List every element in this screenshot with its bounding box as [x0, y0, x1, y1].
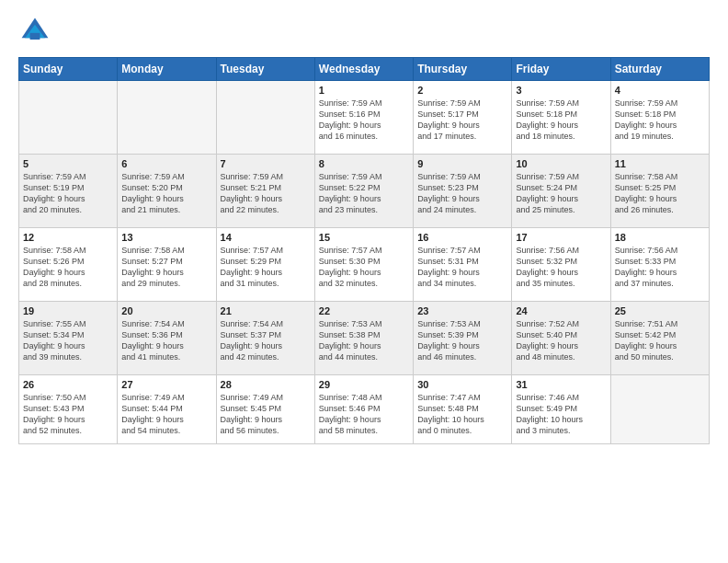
- calendar-cell: 24Sunrise: 7:52 AM Sunset: 5:40 PM Dayli…: [512, 302, 610, 375]
- svg-rect-2: [30, 33, 40, 40]
- calendar-cell: 15Sunrise: 7:57 AM Sunset: 5:30 PM Dayli…: [314, 228, 413, 302]
- calendar-cell: 19Sunrise: 7:55 AM Sunset: 5:34 PM Dayli…: [19, 302, 118, 375]
- calendar-cell: 8Sunrise: 7:59 AM Sunset: 5:22 PM Daylig…: [314, 155, 413, 228]
- day-info: Sunrise: 7:46 AM Sunset: 5:49 PM Dayligh…: [516, 392, 606, 437]
- calendar-cell: 13Sunrise: 7:58 AM Sunset: 5:27 PM Dayli…: [118, 228, 216, 302]
- calendar-cell: 7Sunrise: 7:59 AM Sunset: 5:21 PM Daylig…: [216, 155, 314, 228]
- calendar-header-friday: Friday: [512, 58, 610, 81]
- calendar-week-2: 5Sunrise: 7:59 AM Sunset: 5:19 PM Daylig…: [19, 155, 710, 228]
- calendar-cell: [19, 81, 118, 155]
- calendar-cell: [216, 81, 314, 155]
- calendar-week-5: 26Sunrise: 7:50 AM Sunset: 5:43 PM Dayli…: [19, 375, 710, 444]
- logo-icon: [18, 15, 51, 48]
- calendar: SundayMondayTuesdayWednesdayThursdayFrid…: [18, 57, 710, 444]
- day-number: 21: [221, 305, 311, 316]
- calendar-cell: 23Sunrise: 7:53 AM Sunset: 5:39 PM Dayli…: [414, 302, 512, 375]
- calendar-header-monday: Monday: [118, 58, 216, 81]
- day-number: 17: [516, 232, 606, 243]
- day-number: 3: [516, 85, 606, 96]
- day-number: 19: [23, 305, 113, 316]
- calendar-week-1: 1Sunrise: 7:59 AM Sunset: 5:16 PM Daylig…: [19, 81, 710, 155]
- calendar-week-4: 19Sunrise: 7:55 AM Sunset: 5:34 PM Dayli…: [19, 302, 710, 375]
- day-number: 14: [221, 232, 311, 243]
- calendar-cell: 16Sunrise: 7:57 AM Sunset: 5:31 PM Dayli…: [414, 228, 512, 302]
- day-info: Sunrise: 7:53 AM Sunset: 5:38 PM Dayligh…: [319, 318, 409, 363]
- day-info: Sunrise: 7:57 AM Sunset: 5:29 PM Dayligh…: [221, 245, 311, 290]
- logo: [18, 15, 55, 48]
- calendar-cell: 31Sunrise: 7:46 AM Sunset: 5:49 PM Dayli…: [512, 375, 610, 444]
- calendar-cell: 22Sunrise: 7:53 AM Sunset: 5:38 PM Dayli…: [314, 302, 413, 375]
- calendar-cell: 5Sunrise: 7:59 AM Sunset: 5:19 PM Daylig…: [19, 155, 118, 228]
- calendar-header-tuesday: Tuesday: [216, 58, 314, 81]
- day-info: Sunrise: 7:52 AM Sunset: 5:40 PM Dayligh…: [516, 318, 606, 363]
- day-number: 25: [615, 305, 705, 316]
- day-info: Sunrise: 7:56 AM Sunset: 5:32 PM Dayligh…: [516, 245, 606, 290]
- calendar-cell: 29Sunrise: 7:48 AM Sunset: 5:46 PM Dayli…: [314, 375, 413, 444]
- day-number: 23: [417, 305, 507, 316]
- calendar-cell: 25Sunrise: 7:51 AM Sunset: 5:42 PM Dayli…: [610, 302, 709, 375]
- day-number: 30: [417, 379, 507, 390]
- day-info: Sunrise: 7:57 AM Sunset: 5:30 PM Dayligh…: [319, 245, 409, 290]
- day-info: Sunrise: 7:59 AM Sunset: 5:23 PM Dayligh…: [417, 171, 507, 216]
- calendar-cell: 9Sunrise: 7:59 AM Sunset: 5:23 PM Daylig…: [414, 155, 512, 228]
- day-number: 28: [221, 379, 311, 390]
- calendar-cell: 6Sunrise: 7:59 AM Sunset: 5:20 PM Daylig…: [118, 155, 216, 228]
- day-number: 1: [319, 85, 409, 96]
- calendar-cell: 3Sunrise: 7:59 AM Sunset: 5:18 PM Daylig…: [512, 81, 610, 155]
- calendar-header-row: SundayMondayTuesdayWednesdayThursdayFrid…: [19, 58, 710, 81]
- calendar-cell: 10Sunrise: 7:59 AM Sunset: 5:24 PM Dayli…: [512, 155, 610, 228]
- calendar-cell: 21Sunrise: 7:54 AM Sunset: 5:37 PM Dayli…: [216, 302, 314, 375]
- day-info: Sunrise: 7:54 AM Sunset: 5:37 PM Dayligh…: [221, 318, 311, 363]
- calendar-cell: 1Sunrise: 7:59 AM Sunset: 5:16 PM Daylig…: [314, 81, 413, 155]
- calendar-header-saturday: Saturday: [610, 58, 709, 81]
- day-info: Sunrise: 7:57 AM Sunset: 5:31 PM Dayligh…: [417, 245, 507, 290]
- day-number: 24: [516, 305, 606, 316]
- calendar-cell: 4Sunrise: 7:59 AM Sunset: 5:18 PM Daylig…: [610, 81, 709, 155]
- day-number: 18: [615, 232, 705, 243]
- calendar-header-sunday: Sunday: [19, 58, 118, 81]
- calendar-cell: 30Sunrise: 7:47 AM Sunset: 5:48 PM Dayli…: [414, 375, 512, 444]
- day-number: 8: [319, 158, 409, 169]
- calendar-header-thursday: Thursday: [414, 58, 512, 81]
- calendar-week-3: 12Sunrise: 7:58 AM Sunset: 5:26 PM Dayli…: [19, 228, 710, 302]
- calendar-cell: 26Sunrise: 7:50 AM Sunset: 5:43 PM Dayli…: [19, 375, 118, 444]
- calendar-cell: [118, 81, 216, 155]
- day-info: Sunrise: 7:51 AM Sunset: 5:42 PM Dayligh…: [615, 318, 705, 363]
- day-info: Sunrise: 7:49 AM Sunset: 5:45 PM Dayligh…: [221, 392, 311, 437]
- day-number: 20: [121, 305, 211, 316]
- day-number: 13: [121, 232, 211, 243]
- day-number: 10: [516, 158, 606, 169]
- day-info: Sunrise: 7:55 AM Sunset: 5:34 PM Dayligh…: [23, 318, 113, 363]
- calendar-cell: 12Sunrise: 7:58 AM Sunset: 5:26 PM Dayli…: [19, 228, 118, 302]
- day-number: 16: [417, 232, 507, 243]
- calendar-cell: 11Sunrise: 7:58 AM Sunset: 5:25 PM Dayli…: [610, 155, 709, 228]
- day-info: Sunrise: 7:48 AM Sunset: 5:46 PM Dayligh…: [319, 392, 409, 437]
- day-number: 31: [516, 379, 606, 390]
- day-number: 29: [319, 379, 409, 390]
- day-info: Sunrise: 7:59 AM Sunset: 5:18 PM Dayligh…: [516, 98, 606, 143]
- calendar-cell: 2Sunrise: 7:59 AM Sunset: 5:17 PM Daylig…: [414, 81, 512, 155]
- calendar-cell: 17Sunrise: 7:56 AM Sunset: 5:32 PM Dayli…: [512, 228, 610, 302]
- day-info: Sunrise: 7:58 AM Sunset: 5:25 PM Dayligh…: [615, 171, 705, 216]
- day-info: Sunrise: 7:58 AM Sunset: 5:27 PM Dayligh…: [121, 245, 211, 290]
- day-info: Sunrise: 7:49 AM Sunset: 5:44 PM Dayligh…: [121, 392, 211, 437]
- day-info: Sunrise: 7:53 AM Sunset: 5:39 PM Dayligh…: [417, 318, 507, 363]
- day-number: 22: [319, 305, 409, 316]
- day-number: 12: [23, 232, 113, 243]
- day-info: Sunrise: 7:58 AM Sunset: 5:26 PM Dayligh…: [23, 245, 113, 290]
- day-number: 11: [615, 158, 705, 169]
- day-info: Sunrise: 7:47 AM Sunset: 5:48 PM Dayligh…: [417, 392, 507, 437]
- calendar-cell: 28Sunrise: 7:49 AM Sunset: 5:45 PM Dayli…: [216, 375, 314, 444]
- page: SundayMondayTuesdayWednesdayThursdayFrid…: [0, 0, 728, 563]
- day-number: 27: [121, 379, 211, 390]
- day-info: Sunrise: 7:50 AM Sunset: 5:43 PM Dayligh…: [23, 392, 113, 437]
- day-info: Sunrise: 7:59 AM Sunset: 5:18 PM Dayligh…: [615, 98, 705, 143]
- day-number: 7: [221, 158, 311, 169]
- header: [18, 15, 710, 48]
- day-number: 6: [121, 158, 211, 169]
- day-info: Sunrise: 7:59 AM Sunset: 5:20 PM Dayligh…: [121, 171, 211, 216]
- day-info: Sunrise: 7:56 AM Sunset: 5:33 PM Dayligh…: [615, 245, 705, 290]
- day-number: 9: [417, 158, 507, 169]
- day-number: 15: [319, 232, 409, 243]
- day-info: Sunrise: 7:59 AM Sunset: 5:24 PM Dayligh…: [516, 171, 606, 216]
